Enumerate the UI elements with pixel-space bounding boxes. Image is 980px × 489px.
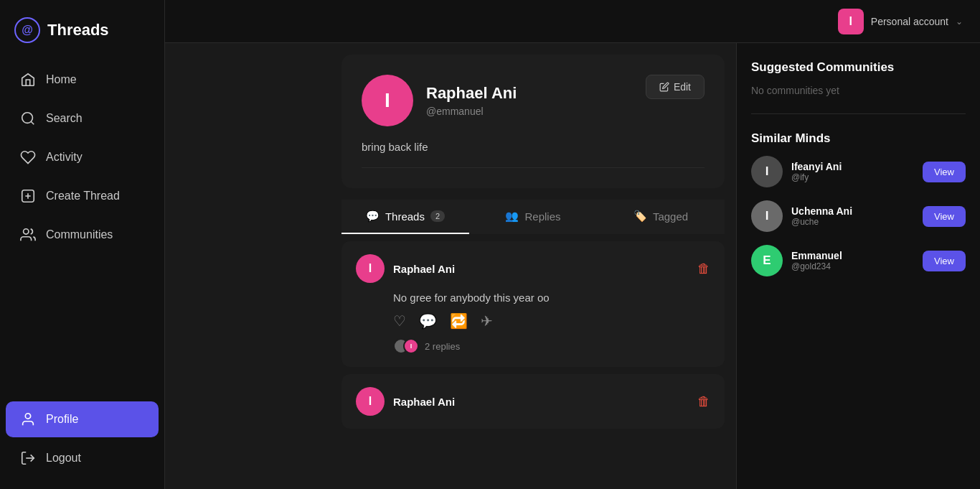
account-avatar: I xyxy=(838,9,864,34)
similar-minds-info: Emmanuel @gold234 xyxy=(791,250,914,271)
sidebar-item-create-thread-label: Create Thread xyxy=(46,190,120,202)
threads-logo-icon: @ xyxy=(14,17,40,43)
delete-thread-button[interactable]: 🗑 xyxy=(697,394,710,409)
thread-actions: ♡ 💬 🔁 ✈ xyxy=(393,312,710,330)
similar-minds-avatar: I xyxy=(751,200,783,232)
thread-card: I Raphael Ani 🗑 xyxy=(341,374,725,429)
sidebar-item-profile[interactable]: Profile xyxy=(6,401,159,437)
top-header: I Personal account ⌄ xyxy=(165,0,980,43)
thread-author: I Raphael Ani xyxy=(356,387,455,416)
svg-text:@: @ xyxy=(22,24,33,36)
sidebar-item-profile-label: Profile xyxy=(46,413,78,426)
threads-tab-icon: 💬 xyxy=(366,210,380,223)
communities-icon xyxy=(20,227,36,243)
share-button[interactable]: ✈ xyxy=(481,312,493,330)
view-profile-button[interactable]: View xyxy=(923,162,966,182)
thread-card: I Raphael Ani 🗑 No gree for anybody this… xyxy=(341,241,725,367)
home-icon xyxy=(20,72,36,88)
edit-icon xyxy=(659,82,669,92)
similar-minds-info: Uchenna Ani @uche xyxy=(791,205,914,227)
sidebar-item-logout-label: Logout xyxy=(46,452,81,465)
logout-icon xyxy=(20,450,36,466)
sidebar-item-activity-label: Activity xyxy=(46,151,83,164)
reply-avatars: I xyxy=(393,338,419,354)
similar-minds-name: Ifeanyi Ani xyxy=(791,161,914,172)
app-title: Threads xyxy=(47,21,109,39)
similar-minds-item: E Emmanuel @gold234 View xyxy=(751,245,966,276)
similar-minds-handle: @uche xyxy=(791,217,914,227)
similar-minds-handle: @gold234 xyxy=(791,261,914,271)
similar-minds-handle: @ify xyxy=(791,172,914,182)
svg-point-2 xyxy=(22,113,33,124)
search-icon xyxy=(20,111,36,126)
app-logo: @ Threads xyxy=(0,11,164,60)
profile-header-card: I Raphael Ani @emmanuel Edit bring back … xyxy=(341,55,725,188)
section-divider xyxy=(751,113,966,114)
threads-tab-badge: 2 xyxy=(430,210,445,222)
sidebar-item-create-thread[interactable]: Create Thread xyxy=(6,178,159,214)
main-content: I Raphael Ani @emmanuel Edit bring back … xyxy=(330,43,980,489)
sidebar-item-search[interactable]: Search xyxy=(6,101,159,136)
edit-profile-button[interactable]: Edit xyxy=(646,75,705,99)
create-thread-icon xyxy=(20,188,36,204)
threads-tab-label: Threads xyxy=(385,210,425,223)
avatar: I xyxy=(362,75,413,126)
view-profile-button[interactable]: View xyxy=(923,251,966,271)
tab-threads[interactable]: 💬 Threads 2 xyxy=(341,200,469,234)
reply-avatar: I xyxy=(403,338,419,354)
delete-thread-button[interactable]: 🗑 xyxy=(697,261,710,276)
thread-author-avatar: I xyxy=(356,387,385,416)
similar-minds-info: Ifeanyi Ani @ify xyxy=(791,161,914,182)
sidebar-item-activity[interactable]: Activity xyxy=(6,139,159,175)
replies-tab-icon: 👥 xyxy=(505,210,519,223)
sidebar-item-communities[interactable]: Communities xyxy=(6,217,159,253)
thread-card-header: I Raphael Ani 🗑 xyxy=(356,387,710,416)
sidebar: @ Threads Home Search Activity Create Th… xyxy=(0,0,165,489)
account-label: Personal account xyxy=(871,16,948,27)
chevron-down-icon: ⌄ xyxy=(956,17,963,27)
activity-icon xyxy=(20,149,36,165)
thread-content: No gree for anybody this year oo xyxy=(393,292,710,304)
similar-minds-item: I Ifeanyi Ani @ify View xyxy=(751,156,966,187)
sidebar-item-home[interactable]: Home xyxy=(6,62,159,98)
tagged-tab-icon: 🏷️ xyxy=(633,210,647,223)
profile-top: I Raphael Ani @emmanuel Edit xyxy=(362,75,705,126)
account-switcher[interactable]: I Personal account ⌄ xyxy=(838,9,963,34)
center-panel: I Raphael Ani @emmanuel Edit bring back … xyxy=(330,43,736,489)
right-panel: Suggested Communities No communities yet… xyxy=(736,43,980,489)
similar-minds-name: Uchenna Ani xyxy=(791,205,914,217)
thread-replies: I 2 replies xyxy=(393,338,710,354)
svg-point-4 xyxy=(24,229,29,234)
thread-author-name: Raphael Ani xyxy=(393,396,455,408)
profile-icon xyxy=(20,411,36,427)
thread-author-name: Raphael Ani xyxy=(393,263,455,275)
profile-divider xyxy=(362,167,705,168)
profile-name: Raphael Ani xyxy=(426,84,517,103)
replies-tab-label: Replies xyxy=(524,210,560,223)
profile-handle: @emmanuel xyxy=(426,106,517,117)
similar-minds-title: Similar Minds xyxy=(751,131,966,146)
profile-identity: I Raphael Ani @emmanuel xyxy=(362,75,517,126)
tab-replies[interactable]: 👥 Replies xyxy=(469,200,597,234)
similar-minds-avatar: E xyxy=(751,245,783,276)
replies-count: 2 replies xyxy=(425,341,460,352)
profile-bio: bring back life xyxy=(362,141,705,153)
profile-tabs: 💬 Threads 2 👥 Replies 🏷️ Tagged xyxy=(341,200,725,234)
sidebar-item-communities-label: Communities xyxy=(46,228,113,241)
thread-author: I Raphael Ani xyxy=(356,254,455,283)
no-communities-text: No communities yet xyxy=(751,85,966,96)
thread-card-header: I Raphael Ani 🗑 xyxy=(356,254,710,283)
similar-minds-item: I Uchenna Ani @uche View xyxy=(751,200,966,232)
tagged-tab-label: Tagged xyxy=(653,210,688,223)
repost-button[interactable]: 🔁 xyxy=(450,312,468,330)
like-button[interactable]: ♡ xyxy=(393,312,406,330)
sidebar-item-logout[interactable]: Logout xyxy=(6,440,159,476)
sidebar-item-search-label: Search xyxy=(46,112,83,125)
profile-name-block: Raphael Ani @emmanuel xyxy=(426,84,517,117)
comment-button[interactable]: 💬 xyxy=(419,312,437,330)
sidebar-item-home-label: Home xyxy=(46,73,77,86)
similar-minds-avatar: I xyxy=(751,156,783,187)
tab-tagged[interactable]: 🏷️ Tagged xyxy=(597,200,725,234)
view-profile-button[interactable]: View xyxy=(923,206,966,227)
suggested-communities-title: Suggested Communities xyxy=(751,60,966,75)
